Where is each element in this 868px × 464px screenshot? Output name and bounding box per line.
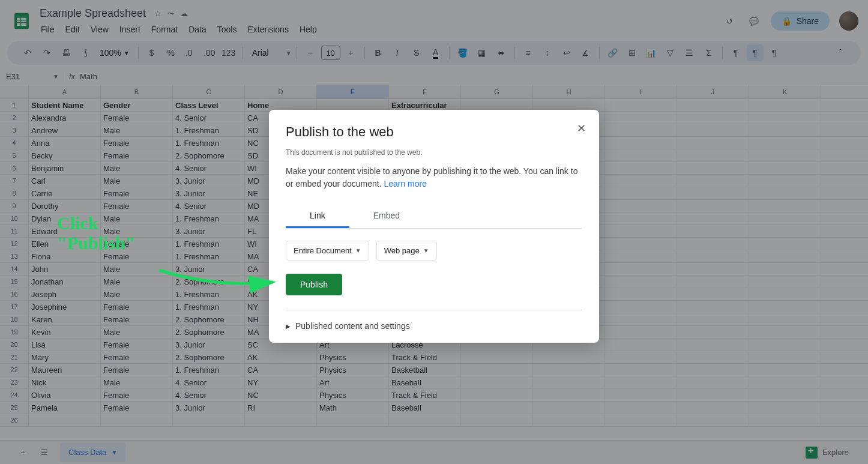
tab-embed[interactable]: Embed xyxy=(349,205,424,228)
dialog-description: Make your content visible to anyone by p… xyxy=(286,165,582,190)
publish-dialog: Publish to the web ✕ This document is no… xyxy=(269,110,599,343)
publish-scope-select[interactable]: Entire Document▼ xyxy=(286,241,369,261)
close-button[interactable]: ✕ xyxy=(577,122,586,135)
learn-more-link[interactable]: Learn more xyxy=(384,179,427,188)
caret-right-icon: ▶ xyxy=(286,323,291,330)
dialog-title: Publish to the web xyxy=(286,124,582,140)
dialog-subtext: This document is not published to the we… xyxy=(286,148,582,157)
chevron-down-icon: ▼ xyxy=(423,247,429,254)
publish-format-select[interactable]: Web page▼ xyxy=(376,241,437,261)
published-settings-expander[interactable]: ▶ Published content and settings xyxy=(286,321,582,331)
chevron-down-icon: ▼ xyxy=(355,247,361,254)
publish-button[interactable]: Publish xyxy=(286,274,342,295)
tab-link[interactable]: Link xyxy=(286,205,349,228)
dialog-tabs: Link Embed xyxy=(286,205,582,229)
